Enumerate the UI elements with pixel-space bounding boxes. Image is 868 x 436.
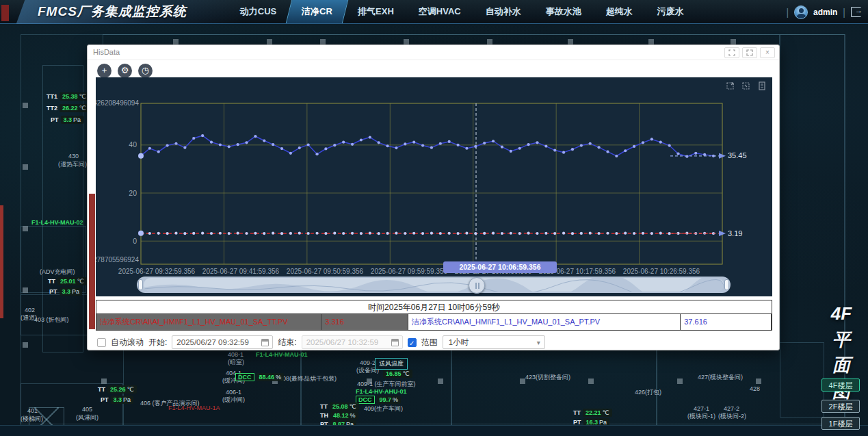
export-icon[interactable] <box>757 81 767 90</box>
data-point <box>580 144 583 146</box>
data-point <box>474 232 477 235</box>
tag1-cell[interactable]: 洁净系统CR\AI\AI_HMI\F1_L1_HV_MAU_01_SA_TT.P… <box>96 314 321 330</box>
data-point <box>378 141 380 144</box>
nav-tab-accident-pool[interactable]: 事故水池 <box>534 0 594 23</box>
data-point <box>280 232 283 235</box>
range-label: 范围 <box>421 337 438 348</box>
floor-button-4f[interactable]: 4F楼层 <box>821 379 860 392</box>
equipment-tag: F1-L4-HV-MAU-01 <box>256 351 308 359</box>
logout-icon[interactable] <box>851 7 861 17</box>
range-select[interactable]: 1小时 ▾ <box>443 335 545 349</box>
data-point <box>272 143 274 146</box>
settings-button[interactable]: ⚙ <box>118 64 132 78</box>
overview-wave <box>144 278 724 292</box>
data-point <box>510 150 512 153</box>
data-point <box>342 141 345 144</box>
range-checkbox[interactable]: ✓ <box>408 338 417 347</box>
value1-cell[interactable]: 3.316 <box>321 314 408 330</box>
data-point <box>421 232 424 235</box>
wall-node <box>23 287 28 293</box>
data-point <box>351 143 354 146</box>
data-point <box>483 142 486 144</box>
dialog-titlebar[interactable]: HisData × <box>88 45 779 60</box>
floor-button-1f[interactable]: 1F楼层 <box>821 417 860 430</box>
wall-node <box>320 39 326 44</box>
tag2-cell[interactable]: 洁净系统CR\AI\AI_HMI\F1_L1_HV_MAU_01_SA_PT.P… <box>408 314 681 330</box>
sensor-unit: ℃ <box>403 370 410 377</box>
scrollbar-handle-right[interactable] <box>724 279 729 290</box>
restore-icon[interactable] <box>724 47 739 58</box>
trend-chart[interactable]: 40200342620849609462787055969242025-06-2… <box>96 77 772 296</box>
value2-cell[interactable]: 37.616 <box>681 314 772 330</box>
data-point <box>518 147 521 150</box>
calendar-icon[interactable] <box>261 339 269 346</box>
data-point <box>527 143 529 146</box>
room-label: 427-1 <box>694 405 709 413</box>
wall-node <box>23 103 28 108</box>
calendar-icon[interactable] <box>391 339 399 346</box>
data-point <box>369 136 371 139</box>
nav-tab-upw[interactable]: 超纯水 <box>594 0 645 23</box>
room-label: (模块间-1) <box>687 413 715 420</box>
sensor-unit: Pa <box>123 396 131 403</box>
end-time-field <box>302 335 403 349</box>
scrollbar-thumb[interactable] <box>469 277 485 294</box>
room-label: 428 <box>750 385 760 393</box>
time-range-button[interactable]: ◷ <box>138 64 153 78</box>
user-avatar[interactable] <box>794 5 808 19</box>
sensor-label: TT <box>98 386 105 393</box>
nav-tab-clean-cr[interactable]: 洁净CR <box>286 0 348 23</box>
data-point <box>412 141 415 144</box>
data-point <box>351 232 354 235</box>
y-tick-label: 40 <box>129 140 137 149</box>
data-point <box>606 151 609 153</box>
start-time-field <box>172 335 273 349</box>
dialog-title: HisData <box>93 48 120 56</box>
user-area: | admin | <box>786 0 861 24</box>
nav-tab-power-cus[interactable]: 动力CUS <box>228 0 289 23</box>
start-time-input[interactable] <box>172 336 257 348</box>
room-label: (暗室) <box>228 359 244 366</box>
username-label: admin <box>813 8 837 17</box>
autoscroll-checkbox[interactable] <box>97 338 106 347</box>
nav-tab-wastewater[interactable]: 污废水 <box>645 0 696 23</box>
sensor-readout: PT3.3Pa <box>49 287 82 296</box>
sensor-label: TH <box>320 412 328 419</box>
sensor-readout: 16.85℃ <box>383 370 412 378</box>
close-icon[interactable]: × <box>760 47 775 58</box>
nav-tab-exhaust[interactable]: 排气EXH <box>345 0 406 23</box>
data-point <box>492 232 495 235</box>
time-cursor-badge[interactable]: 2025-06-27 10:06:59.356 <box>443 261 557 273</box>
data-point <box>624 232 627 235</box>
box-select-icon[interactable] <box>741 81 751 90</box>
data-point <box>254 135 257 138</box>
data-point <box>307 232 310 235</box>
sensor-unit: Pa <box>73 116 81 123</box>
data-point <box>324 147 327 150</box>
overview-scrollbar[interactable] <box>137 277 731 293</box>
data-point <box>201 232 204 235</box>
data-point <box>157 151 160 153</box>
red-corridor-strip <box>89 194 95 329</box>
data-point <box>536 141 538 144</box>
scrollbar-handle-left[interactable] <box>138 279 143 290</box>
add-curve-button[interactable]: + <box>97 64 111 78</box>
nav-tab-hvac[interactable]: 空调HVAC <box>406 0 473 23</box>
data-point <box>210 141 213 144</box>
wall-node <box>677 379 683 384</box>
x-tick-label: 2025-06-27 09:50:59.356 <box>287 268 364 275</box>
floor-button-2f[interactable]: 2F楼层 <box>821 400 860 413</box>
reset-zoom-icon[interactable] <box>726 81 735 90</box>
sensor-readout: TT125.38℃ <box>47 92 89 101</box>
fullscreen-icon[interactable] <box>742 47 757 58</box>
data-point <box>412 232 415 235</box>
main-nav: 动力CUS 洁净CR 排气EXH 空调HVAC 自动补水 事故水池 超纯水 污废… <box>228 0 696 24</box>
nav-tab-auto-water[interactable]: 自动补水 <box>473 0 534 23</box>
wall-node <box>173 39 179 44</box>
table-time-header: 时间2025年06月27日 10时06分59秒 <box>96 300 772 314</box>
chart-canvas[interactable]: 40200342620849609462787055969242025-06-2… <box>96 77 772 296</box>
end-time-input[interactable] <box>302 336 387 348</box>
data-point <box>254 232 257 235</box>
bottom-strip <box>0 425 868 436</box>
series-line <box>141 136 713 157</box>
